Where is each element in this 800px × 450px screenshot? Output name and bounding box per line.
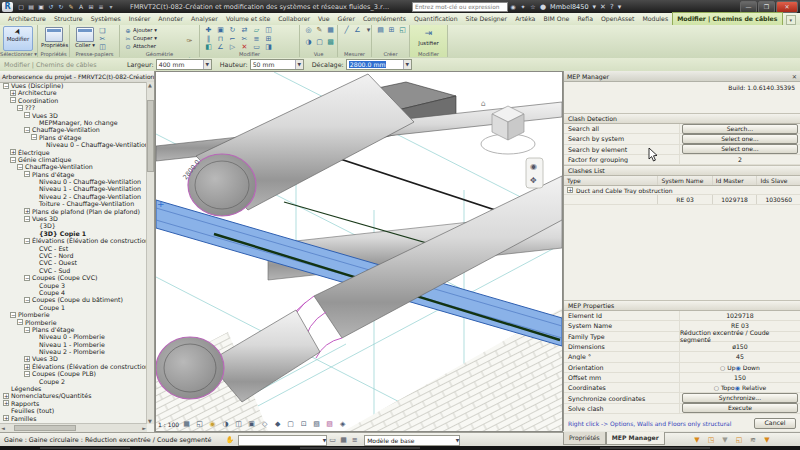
tree-item[interactable]: CVC - Ouest: [0, 259, 147, 266]
ribbon-tab-analyser[interactable]: Analyser: [187, 13, 222, 25]
panel-tab-mep-manager[interactable]: MEP Manager: [606, 432, 665, 445]
detail-level-icon[interactable]: ▦: [182, 420, 191, 429]
collapse-icon[interactable]: −: [10, 312, 16, 318]
tree-item[interactable]: Coupe 3: [0, 282, 147, 289]
similar-icon[interactable]: ◱: [398, 26, 407, 35]
list-icon[interactable]: ≡: [97, 3, 105, 10]
scrollbar-thumb[interactable]: [147, 100, 154, 172]
ribbon-tab-compl-ments[interactable]: Compléments: [359, 13, 410, 25]
mep-manager-header[interactable]: MEP Manager ✕: [564, 71, 800, 82]
collapse-icon[interactable]: −: [24, 371, 30, 377]
revit-logo[interactable]: R: [2, 2, 13, 12]
constraints-icon[interactable]: ⊡: [299, 420, 308, 429]
offset-input[interactable]: 2800.0 mm▼: [346, 59, 412, 70]
ribbon-tab-g-rer[interactable]: Gérer: [334, 13, 359, 25]
property-value[interactable]: 2: [738, 156, 742, 163]
ribbon-tab-architecture[interactable]: Architecture: [4, 13, 50, 25]
tree-item[interactable]: Niveau 0 - Plomberie: [0, 333, 147, 340]
measure-angle-icon[interactable]: ∠: [353, 26, 362, 35]
sun-icon[interactable]: ◉: [208, 420, 217, 429]
legend-icon[interactable]: ▤: [376, 26, 385, 35]
lock-view-icon[interactable]: ◇: [260, 420, 269, 429]
exchange-apps-icon[interactable]: ✕: [600, 3, 606, 11]
tree-item[interactable]: −Vues 3D: [0, 215, 147, 222]
tree-item[interactable]: −Plomberie: [0, 311, 147, 318]
select-one--button[interactable]: Select one...: [682, 144, 798, 154]
close-button[interactable]: ✕: [776, 1, 798, 13]
ribbon-tab-modifier-chemins-de-c-bles[interactable]: Modifier | Chemins de câbles: [672, 12, 782, 25]
radio-topo[interactable]: ○Topo: [714, 384, 735, 391]
tree-item[interactable]: +Plans de plafond (Plan de plafond): [0, 208, 147, 215]
justify-button[interactable]: Justifier: [413, 40, 444, 46]
group-label-modify[interactable]: Modifier: [200, 51, 299, 57]
tree-item[interactable]: CVC - Est: [0, 245, 147, 252]
minimize-button[interactable]: —: [740, 1, 757, 13]
paste-button-label[interactable]: Coller ▾: [73, 42, 97, 48]
tree-item[interactable]: −Plans d'étage: [0, 171, 147, 178]
pan-icon[interactable]: ✥: [530, 176, 537, 185]
group-label-geometry[interactable]: Géométrie: [120, 51, 199, 57]
maximize-button[interactable]: ❒: [758, 1, 775, 13]
height-combo[interactable]: 50 mm▼: [250, 59, 304, 70]
grid-icon[interactable]: ⊞: [87, 3, 95, 10]
group-label-clipboard[interactable]: Presse-papiers: [70, 51, 119, 57]
collapse-icon[interactable]: −: [24, 127, 30, 133]
tree-item[interactable]: MEPManager, No change: [0, 119, 147, 126]
help-dropdown-icon[interactable]: ▾: [618, 3, 622, 11]
tree-item[interactable]: −Génie climatique: [0, 156, 147, 163]
collapse-icon[interactable]: −: [24, 112, 30, 118]
collapse-icon[interactable]: −: [17, 105, 23, 111]
collapse-icon[interactable]: −: [24, 327, 30, 333]
tree-item[interactable]: Niveau 2 - Chauffage-Ventilation: [0, 193, 147, 200]
design-option-combo[interactable]: Modèle de base▼: [364, 435, 460, 446]
home-icon[interactable]: ⌂: [481, 99, 486, 108]
hide-icon[interactable]: ◎: [304, 26, 313, 35]
navigation-bar[interactable]: ◉ ✥: [526, 158, 543, 188]
tree-item[interactable]: +Nomenclatures/Quantités: [0, 392, 147, 399]
tree-item[interactable]: −Coupes (Coupe du bâtiment): [0, 296, 147, 303]
clash-row[interactable]: RE 0310297181030560: [564, 195, 800, 205]
view-scale[interactable]: 1 : 100: [158, 421, 179, 428]
tree-item[interactable]: Niveau 0 – Chauffage-Ventilation: [0, 141, 147, 148]
active-only-icon[interactable]: ≡: [350, 436, 359, 445]
expand-icon[interactable]: +: [3, 415, 9, 421]
ribbon-tab-refia[interactable]: Refia: [573, 13, 597, 25]
links-icon[interactable]: ≋: [749, 436, 757, 445]
search--button[interactable]: Search...: [682, 124, 798, 134]
ribbon-tab-openasset[interactable]: OpenAsset: [597, 13, 638, 25]
tree-item[interactable]: −Coupes (Coupe PLB): [0, 370, 147, 377]
group-icon[interactable]: ⊞: [387, 26, 396, 35]
print-icon[interactable]: ✎: [67, 3, 75, 10]
undo-icon[interactable]: ↺: [47, 3, 55, 10]
geometry-tool[interactable]: ⊕Ajouter ▾: [123, 26, 184, 34]
panel-tab-propri-t-s[interactable]: Propriétés: [563, 432, 606, 445]
close-icon[interactable]: ✕: [792, 73, 797, 80]
region-icon[interactable]: ▩: [326, 38, 335, 47]
design-option-icon[interactable]: ▦: [339, 436, 348, 445]
properties-icon[interactable]: [45, 27, 63, 42]
drawing-area[interactable]: 2800.0 + ⌂ ◉ ✥ 1 : 100 ▦◱◉◑◫▣◇◆▢⊡▧▨◈: [155, 71, 563, 432]
tree-item[interactable]: Toiture - Chauffage-Ventilation: [0, 200, 147, 207]
select-one--button[interactable]: Select one...: [682, 134, 798, 144]
isolate-icon[interactable]: ◆: [273, 420, 282, 429]
tree-item[interactable]: Légendes: [0, 385, 147, 392]
tree-item[interactable]: {3D} Copie 1: [0, 230, 147, 237]
column-header[interactable]: Id Master: [713, 176, 758, 185]
visual-style-icon[interactable]: ◱: [195, 420, 204, 429]
radio-down[interactable]: ◉Down: [736, 364, 760, 371]
signin-user[interactable]: Mmbel8450: [550, 3, 588, 11]
tree-item[interactable]: Niveau 2 - Plomberie: [0, 348, 147, 355]
tree-item[interactable]: −Vues (Discipline): [0, 82, 147, 89]
steering-wheel-icon[interactable]: ◉: [530, 162, 537, 171]
expand-icon[interactable]: +: [24, 208, 30, 214]
radio-up[interactable]: ○Up: [720, 364, 735, 371]
property-value[interactable]: 150: [734, 374, 746, 381]
tree-item[interactable]: Coupe 1: [0, 304, 147, 311]
modify-button[interactable]: ➤ Modifier: [3, 26, 33, 51]
tree-item[interactable]: Niveau 0 - Chauffage-Ventilation: [0, 178, 147, 185]
qat-dropdown-icon[interactable]: ▾: [107, 3, 115, 10]
reveal-icon[interactable]: ▨: [325, 420, 334, 429]
frame-icon[interactable]: ▢: [315, 38, 324, 47]
redo-icon[interactable]: ↻: [57, 3, 65, 10]
scroll-left-icon[interactable]: ◄: [1, 424, 5, 432]
